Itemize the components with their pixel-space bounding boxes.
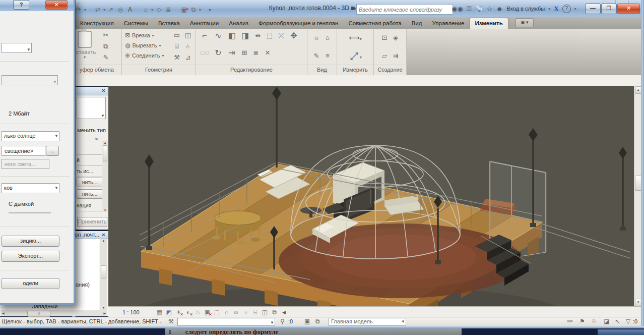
tab-annotacii[interactable]: Аннотации	[185, 18, 224, 29]
offset-icon[interactable]: ∿	[212, 30, 225, 46]
panel-label-measure[interactable]: Измерить	[337, 65, 373, 75]
edit-type-button[interactable]: менить тип	[76, 127, 106, 133]
tab-izmenit[interactable]: Изменить	[469, 18, 508, 29]
match-properties-icon[interactable]: ✎	[100, 52, 111, 63]
measure-between-refs-button[interactable]: ⟷▾	[349, 34, 362, 41]
temporary-hide-isolate-icon[interactable]: ∞	[231, 308, 241, 316]
split-element-icon[interactable]: ⇹	[252, 30, 264, 41]
cut-icon[interactable]: ✂	[100, 30, 111, 41]
displace-elements-icon[interactable]: ◫	[260, 308, 270, 316]
panel-label-editing[interactable]: Редактирование	[196, 65, 307, 75]
switch-windows-dropdown[interactable]: ▾	[199, 8, 201, 12]
scroll-down-icon[interactable]: ▼	[102, 209, 108, 212]
sun-setting-field[interactable]: свещение>	[2, 146, 45, 156]
wall-joins-icon[interactable]: ▭	[171, 30, 182, 41]
text-icon[interactable]: A	[126, 6, 134, 13]
paste-dropdown[interactable]: ▾	[76, 55, 93, 60]
resolution-combo[interactable]: ▼	[2, 75, 58, 85]
help-dropdown[interactable]: ▾	[574, 7, 576, 11]
scroll-thumb[interactable]	[103, 145, 107, 161]
move-icon[interactable]: ✥	[287, 30, 300, 46]
scroll-right-icon[interactable]: ▶	[103, 310, 106, 316]
quality-combo[interactable]: ▼	[2, 43, 32, 53]
restore-button[interactable]: ❐	[601, 4, 617, 14]
property-row[interactable]: ть ис...	[77, 165, 102, 177]
dialog-close-button[interactable]: ✕	[45, 0, 68, 10]
panel-label-create[interactable]: Создание	[374, 65, 406, 75]
haze-slider-track[interactable]	[9, 212, 51, 213]
delete-icon[interactable]: ⤬	[276, 30, 287, 41]
lock-3d-view-icon[interactable]: ⌂	[222, 308, 231, 316]
browser-close-icon[interactable]: ✕	[100, 232, 107, 238]
scale-icon[interactable]: ≣	[250, 47, 262, 59]
paste-button[interactable]: ставить ▾	[76, 31, 93, 60]
minimize-button[interactable]: —	[585, 4, 601, 14]
detail-level-icon[interactable]: ▦	[155, 308, 164, 316]
signin-user-icon[interactable]: ☻	[496, 5, 503, 13]
measure-dropdown[interactable]: ▾	[103, 8, 105, 12]
rendering-dialog-icon[interactable]: ♨	[193, 308, 203, 316]
crop-view-icon[interactable]: ▣✕	[203, 308, 212, 316]
demolish-icon[interactable]: ⚒	[171, 52, 182, 63]
editing-requests-icon[interactable]: ▣	[304, 318, 310, 325]
tab-analiz[interactable]: Анализ	[224, 18, 253, 29]
help-icon[interactable]: ?	[562, 5, 571, 13]
property-row[interactable]: й	[77, 154, 102, 166]
signin-dropdown[interactable]: ▾	[548, 7, 550, 11]
viewport-vertical-scrollbar[interactable]: ▲ ▼	[634, 86, 641, 306]
create-similar-icon[interactable]: ◈	[390, 32, 401, 43]
panel-label-view[interactable]: Вид	[307, 65, 337, 75]
search-input[interactable]	[356, 4, 453, 15]
press-drag-icon[interactable]: ⚐	[592, 318, 597, 325]
export-button[interactable]: Экспорт...	[2, 251, 59, 262]
collapse-chevrons-icon[interactable]: ^^	[95, 137, 97, 142]
tab-sovmestnaya-rabota[interactable]: Совместная работа	[343, 18, 406, 29]
modify-options-dropdown[interactable]: ▣ ▾	[516, 18, 534, 27]
worksets-combo[interactable]: ▼	[177, 318, 275, 326]
design-option-combo[interactable]: Главная модель▼	[329, 318, 406, 326]
tab-formoobrazuyushchie[interactable]: Формообразующие и генплан	[253, 18, 343, 29]
property-edit-button[interactable]: нить...	[77, 189, 103, 199]
adjust-exposure-button[interactable]: зицию...	[2, 236, 59, 247]
visual-style-icon[interactable]: ◩	[164, 308, 174, 316]
reveal-hidden-icon[interactable]: ☼	[241, 308, 250, 316]
array-icon[interactable]: ⊞	[239, 47, 250, 59]
worksets-icon[interactable]: ⚒	[168, 318, 174, 325]
close-hidden-windows-icon[interactable]: ▣✕	[180, 6, 188, 13]
linework-icon[interactable]: ✎	[311, 50, 322, 62]
favorites-star-icon[interactable]: ☆	[487, 5, 493, 13]
scroll-up-icon[interactable]: ▲	[100, 239, 107, 242]
communication-icon[interactable]: 📡	[475, 5, 483, 13]
worksharing-display-icon[interactable]: ⌸	[250, 308, 260, 316]
view-dropdown[interactable]: ▾	[151, 8, 153, 12]
measure-icon[interactable]: ⇄	[94, 6, 102, 13]
crop-region-icon[interactable]: ⬚	[212, 308, 222, 316]
hscroll-left-icon[interactable]: ◀	[282, 310, 286, 315]
dialog-help-button[interactable]: ?	[13, 0, 29, 10]
sun-path-icon[interactable]: ☀✕	[174, 308, 183, 316]
tag-icon[interactable]: ◎	[116, 6, 124, 13]
section-icon[interactable]: ◇	[155, 6, 163, 13]
tab-upravlenie[interactable]: Управление	[427, 18, 470, 29]
paint-icon[interactable]: ⑃	[182, 41, 194, 52]
camera-icon[interactable]: ⚯	[567, 318, 572, 325]
scroll-thumb[interactable]: |||	[27, 311, 50, 317]
aligned-dimension-icon[interactable]: ↗	[107, 6, 115, 13]
redo-icon[interactable]: ↷	[75, 6, 83, 13]
signin-label[interactable]: Вход в службы	[506, 6, 545, 12]
mirror-draw-icon[interactable]: ◨	[239, 30, 252, 46]
align-icon[interactable]: ⌐	[198, 30, 211, 46]
close-button[interactable]: ✕	[617, 4, 640, 14]
tab-vid[interactable]: Вид	[407, 18, 427, 29]
tree-item[interactable]: ания)	[76, 282, 90, 288]
property-edit-button[interactable]: нить...	[77, 178, 103, 187]
apply-button[interactable]: Применить	[77, 217, 107, 227]
property-row[interactable]: нация	[77, 200, 102, 211]
lighting-icon[interactable]: ☼	[311, 32, 322, 43]
browser-vscrollbar[interactable]: ▲ ▼	[100, 239, 107, 310]
properties-scrollbar[interactable]: ▲ ▼	[102, 141, 108, 212]
pin-icon[interactable]: ✕	[262, 47, 273, 59]
dialog-title-bar[interactable]: ? ✕	[0, 0, 74, 11]
properties-close-icon[interactable]: ✕	[100, 87, 107, 94]
customize-qat-icon[interactable]: ▾	[209, 7, 211, 13]
